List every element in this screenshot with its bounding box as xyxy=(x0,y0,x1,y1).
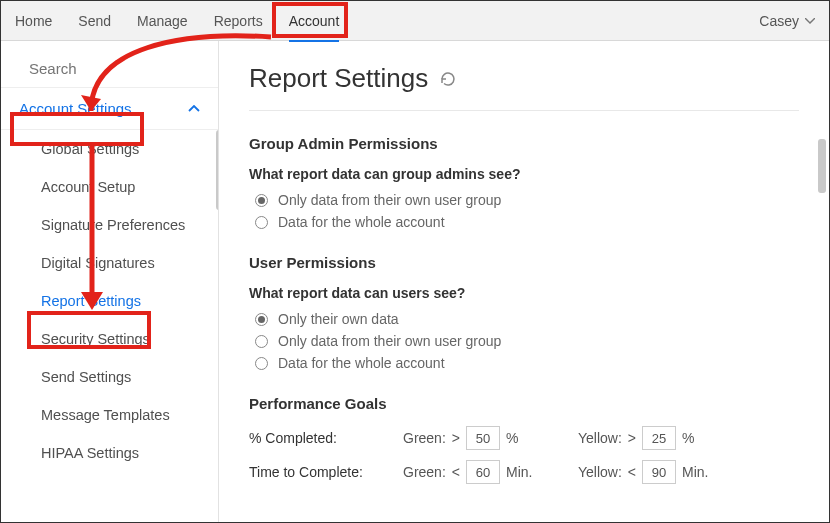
perf-yellow-completed-input[interactable] xyxy=(642,426,676,450)
sidebar-section-account-settings[interactable]: Account Settings xyxy=(1,87,218,130)
sidebar-section-label: Account Settings xyxy=(19,100,132,117)
content-area: Report Settings Group Admin Permissions … xyxy=(219,41,829,522)
heading-group-admin: Group Admin Permissions xyxy=(249,135,799,152)
nav-reports[interactable]: Reports xyxy=(214,1,263,41)
sidebar-item-security-settings[interactable]: Security Settings xyxy=(1,320,218,358)
question-group-admin: What report data can group admins see? xyxy=(249,166,799,182)
refresh-icon[interactable] xyxy=(440,71,456,87)
radio-label: Data for the whole account xyxy=(278,355,445,371)
perf-row-completed: % Completed: Green: > % Yellow: > % xyxy=(249,426,799,450)
heading-user-permissions: User Permissions xyxy=(249,254,799,271)
sidebar-item-report-settings[interactable]: Report Settings xyxy=(1,282,218,320)
radio-ga-own-group[interactable]: Only data from their own user group xyxy=(255,192,799,208)
radio-label: Only data from their own user group xyxy=(278,333,501,349)
perf-yellow-label: Yellow: xyxy=(578,430,622,446)
radio-icon xyxy=(255,216,268,229)
content-scrollbar-thumb[interactable] xyxy=(818,139,826,193)
radio-label: Only data from their own user group xyxy=(278,192,501,208)
sidebar-item-message-templates[interactable]: Message Templates xyxy=(1,396,218,434)
perf-yellow-label: Yellow: xyxy=(578,464,622,480)
top-navbar: Home Send Manage Reports Account Casey xyxy=(1,1,829,41)
radio-ga-whole-account[interactable]: Data for the whole account xyxy=(255,214,799,230)
radio-icon xyxy=(255,194,268,207)
sidebar-item-hipaa-settings[interactable]: HIPAA Settings xyxy=(1,434,218,472)
chevron-up-icon xyxy=(188,105,200,113)
sidebar: Account Settings Global Settings Account… xyxy=(1,41,219,522)
sidebar-item-global-settings[interactable]: Global Settings xyxy=(1,130,218,168)
perf-unit: % xyxy=(506,430,538,446)
page-title: Report Settings xyxy=(249,63,428,94)
perf-green-completed-input[interactable] xyxy=(466,426,500,450)
user-name: Casey xyxy=(759,13,799,29)
perf-green-label: Green: xyxy=(403,430,446,446)
perf-row-time: Time to Complete: Green: < Min. Yellow: … xyxy=(249,460,799,484)
top-nav-list: Home Send Manage Reports Account xyxy=(15,1,339,41)
question-user-permissions: What report data can users see? xyxy=(249,285,799,301)
nav-send[interactable]: Send xyxy=(78,1,111,41)
perf-unit: Min. xyxy=(506,464,538,480)
user-menu[interactable]: Casey xyxy=(759,13,815,29)
radio-icon xyxy=(255,335,268,348)
perf-op: > xyxy=(452,430,460,446)
perf-green-label: Green: xyxy=(403,464,446,480)
nav-manage[interactable]: Manage xyxy=(137,1,188,41)
sidebar-item-digital-signatures[interactable]: Digital Signatures xyxy=(1,244,218,282)
perf-label: Time to Complete: xyxy=(249,464,389,480)
search-wrap xyxy=(1,41,218,87)
perf-op: < xyxy=(452,464,460,480)
sidebar-item-account-setup[interactable]: Account Setup xyxy=(1,168,218,206)
sidebar-scrollbar-thumb[interactable] xyxy=(216,130,218,210)
sidebar-item-signature-preferences[interactable]: Signature Preferences xyxy=(1,206,218,244)
radio-user-own-group[interactable]: Only data from their own user group xyxy=(255,333,799,349)
radio-label: Only their own data xyxy=(278,311,399,327)
nav-account[interactable]: Account xyxy=(289,1,340,41)
heading-performance-goals: Performance Goals xyxy=(249,395,799,412)
perf-unit: Min. xyxy=(682,464,714,480)
perf-op: > xyxy=(628,430,636,446)
radio-user-own-data[interactable]: Only their own data xyxy=(255,311,799,327)
perf-yellow-time-input[interactable] xyxy=(642,460,676,484)
page-title-row: Report Settings xyxy=(249,63,799,111)
radio-icon xyxy=(255,357,268,370)
nav-home[interactable]: Home xyxy=(15,1,52,41)
sidebar-item-send-settings[interactable]: Send Settings xyxy=(1,358,218,396)
radio-icon xyxy=(255,313,268,326)
perf-green-time-input[interactable] xyxy=(466,460,500,484)
radio-user-whole-account[interactable]: Data for the whole account xyxy=(255,355,799,371)
perf-op: < xyxy=(628,464,636,480)
search-input[interactable] xyxy=(29,60,219,77)
radio-label: Data for the whole account xyxy=(278,214,445,230)
sidebar-nav-list: Global Settings Account Setup Signature … xyxy=(1,130,218,522)
perf-label: % Completed: xyxy=(249,430,389,446)
caret-down-icon xyxy=(805,18,815,24)
perf-unit: % xyxy=(682,430,714,446)
